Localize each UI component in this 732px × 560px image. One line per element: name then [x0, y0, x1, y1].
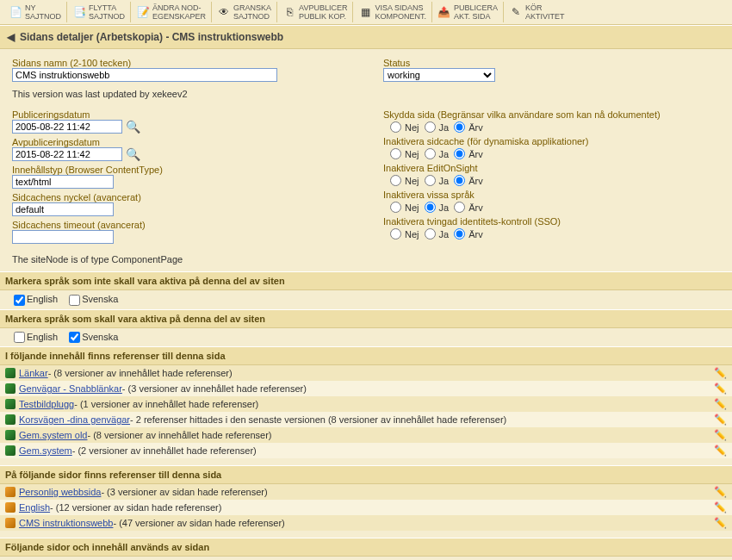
radio-noeos-ja[interactable]: Ja	[425, 175, 450, 186]
page-title: Sidans detaljer (Arbetskopia) - CMS inst…	[20, 31, 283, 43]
radio-protect-arv[interactable]: Ärv	[454, 121, 483, 133]
new-sitenode-icon: 📄	[9, 5, 22, 19]
edit-icon[interactable]: ✏️	[714, 398, 727, 410]
radio-nolang-nej[interactable]: Nej	[390, 202, 419, 213]
section-page-refs: På följande sidor finns referenser till …	[0, 465, 732, 484]
edit-icon[interactable]: ✏️	[714, 383, 727, 395]
ref-link[interactable]: Gem.system old	[19, 430, 87, 440]
cube-icon	[5, 383, 16, 394]
nodetype-note: The siteNode is of type ComponentPage	[12, 254, 720, 264]
edit-icon[interactable]: ✏️	[714, 501, 727, 513]
toolbar-run-activity[interactable]: ✎KÖR AKTIVITET	[504, 2, 570, 22]
ref-row: Personlig webbsida - (3 versioner av sid…	[0, 484, 732, 500]
ref-detail: - (3 versioner av innehållet hade refere…	[122, 383, 307, 394]
inactive-svenska-checkbox[interactable]: Svenska	[69, 294, 118, 304]
toolbar-move-sitenode[interactable]: 📑FLYTTA SAJTNOD	[67, 2, 131, 22]
toolbar-publish-current-page[interactable]: 📤PUBLICERA AKT. SIDA	[432, 2, 504, 22]
radio-nocache-arv[interactable]: Ärv	[454, 148, 483, 159]
active-english-checkbox[interactable]: English	[14, 332, 58, 342]
toolbar-label: FLYTTA SAJTNOD	[89, 3, 125, 21]
radio-nosso-arv[interactable]: Ärv	[454, 228, 483, 240]
ref-row: Länkar - (8 versioner av innehållet hade…	[0, 365, 732, 381]
section-used-by: Följande sidor och innehåll används av s…	[0, 538, 732, 557]
last-updated-note: This version was last updated by xekeev2	[12, 89, 720, 99]
radio-nolang-ja[interactable]: Ja	[425, 202, 450, 213]
edit-icon[interactable]: ✏️	[714, 429, 727, 441]
ref-row: CMS instruktionswebb - (47 versioner av …	[0, 515, 732, 531]
ref-link[interactable]: English	[19, 502, 50, 513]
radio-protect-nej[interactable]: Nej	[390, 121, 419, 133]
ref-row: Gem.system old - (8 versioner av innehål…	[0, 427, 732, 443]
radio-nocache-ja[interactable]: Ja	[425, 148, 450, 159]
label-nocache: Inaktivera sidcache (för dynamiska appli…	[383, 136, 720, 146]
ref-row: Gem.system - (2 versioner av innehållet …	[0, 443, 732, 458]
pub-date-label: Publiceringsdatum	[12, 109, 349, 120]
cube-icon	[5, 430, 16, 440]
edit-icon[interactable]: ✏️	[714, 367, 727, 379]
edit-icon[interactable]: ✏️	[714, 517, 727, 529]
ref-detail: - (8 versioner av innehållet hade refere…	[48, 368, 233, 378]
cube-icon	[5, 399, 16, 409]
inactive-english-checkbox[interactable]: English	[14, 294, 58, 304]
edit-icon[interactable]: ✏️	[714, 445, 727, 457]
active-svenska-checkbox[interactable]: Svenska	[69, 332, 118, 342]
cube-icon	[5, 487, 16, 497]
unpub-date-input[interactable]	[12, 147, 122, 161]
toolbar-new-sitenode[interactable]: 📄NY SAJTNOD	[3, 2, 67, 22]
contenttype-input[interactable]	[12, 175, 114, 189]
toolbar-edit-node-props[interactable]: 📝ÄNDRA NOD- EGENSKAPER	[131, 2, 212, 22]
cachekey-input[interactable]	[12, 202, 114, 216]
ref-detail: - (3 versioner av sidan hade referenser)	[101, 487, 267, 497]
ref-detail: - (8 versioner av innehållet hade refere…	[87, 430, 271, 440]
toolbar: 📄NY SAJTNOD📑FLYTTA SAJTNOD📝ÄNDRA NOD- EG…	[0, 0, 732, 25]
radio-nolang-arv[interactable]: Ärv	[454, 202, 483, 213]
status-select[interactable]: working	[383, 68, 495, 82]
edit-icon[interactable]: ✏️	[714, 414, 727, 426]
ref-link[interactable]: Testbildplugg	[19, 399, 74, 409]
toolbar-label: PUBLICERA AKT. SIDA	[454, 3, 498, 21]
cachekey-label: Sidcachens nyckel (avancerat)	[12, 192, 349, 202]
contenttype-label: Innehållstyp (Browser ContentType)	[12, 165, 349, 175]
radio-noeos-nej[interactable]: Nej	[390, 175, 419, 186]
ref-link[interactable]: Korsvägen -dina genvägar	[19, 414, 130, 425]
edit-icon[interactable]: ✏️	[714, 486, 727, 498]
ref-detail: - 2 referenser hittades i den senaste ve…	[130, 414, 506, 425]
pub-date-input[interactable]	[12, 120, 122, 134]
ref-link[interactable]: Personlig webbsida	[19, 487, 101, 497]
toolbar-review-sitenode[interactable]: 👁GRANSKA SAJTNOD	[212, 2, 277, 22]
radio-protect-ja[interactable]: Ja	[425, 121, 450, 133]
label-nosso: Inaktivera tvingad identitets-kontroll (…	[383, 216, 720, 227]
radio-nosso-ja[interactable]: Ja	[425, 228, 450, 240]
toolbar-label: ÄNDRA NOD- EGENSKAPER	[152, 3, 206, 21]
show-page-components-icon: ▦	[358, 5, 372, 19]
radio-nocache-nej[interactable]: Nej	[390, 148, 419, 159]
radio-noeos-arv[interactable]: Ärv	[454, 175, 483, 186]
title-bar: ◀ Sidans detaljer (Arbetskopia) - CMS in…	[0, 25, 732, 49]
calendar-icon[interactable]: 🔍	[126, 147, 140, 161]
section-active-langs: Markera språk som skall vara aktiva på d…	[0, 309, 732, 328]
ref-link[interactable]: Länkar	[19, 368, 48, 378]
ref-link[interactable]: CMS instruktionswebb	[19, 518, 113, 528]
toolbar-label: GRANSKA SAJTNOD	[233, 3, 271, 21]
toolbar-label: KÖR AKTIVITET	[525, 3, 565, 21]
calendar-icon[interactable]: 🔍	[126, 120, 140, 134]
edit-node-props-icon: 📝	[136, 5, 150, 19]
toolbar-show-page-components[interactable]: ▦VISA SIDANS KOMPONENT.	[353, 2, 432, 22]
radio-nosso-nej[interactable]: Nej	[390, 228, 419, 240]
cachetimeout-label: Sidcachens timeout (avancerat)	[12, 220, 349, 230]
toolbar-label: AVPUBLICER PUBLIK KOP.	[299, 3, 347, 21]
ref-row: Testbildplugg - (1 versioner av innehåll…	[0, 396, 732, 412]
back-arrow-icon[interactable]: ◀	[7, 31, 15, 43]
ref-detail: - (2 versioner av innehållet hade refere…	[72, 445, 257, 456]
toolbar-unpublish-public-copy[interactable]: ⎘AVPUBLICER PUBLIK KOP.	[277, 2, 353, 22]
ref-link[interactable]: Gem.system	[19, 445, 72, 456]
ref-row: English - (12 versioner av sidan hade re…	[0, 500, 732, 515]
sidans-namn-label: Sidans namn (2-100 tecken)	[12, 58, 349, 68]
sidans-namn-input[interactable]	[12, 68, 277, 82]
toolbar-label: NY SAJTNOD	[25, 3, 61, 21]
cube-icon	[5, 445, 16, 456]
unpublish-public-copy-icon: ⎘	[282, 5, 296, 19]
review-sitenode-icon: 👁	[217, 5, 231, 19]
cachetimeout-input[interactable]	[12, 230, 114, 244]
ref-link[interactable]: Genvägar - Snabblänkar	[19, 383, 122, 394]
